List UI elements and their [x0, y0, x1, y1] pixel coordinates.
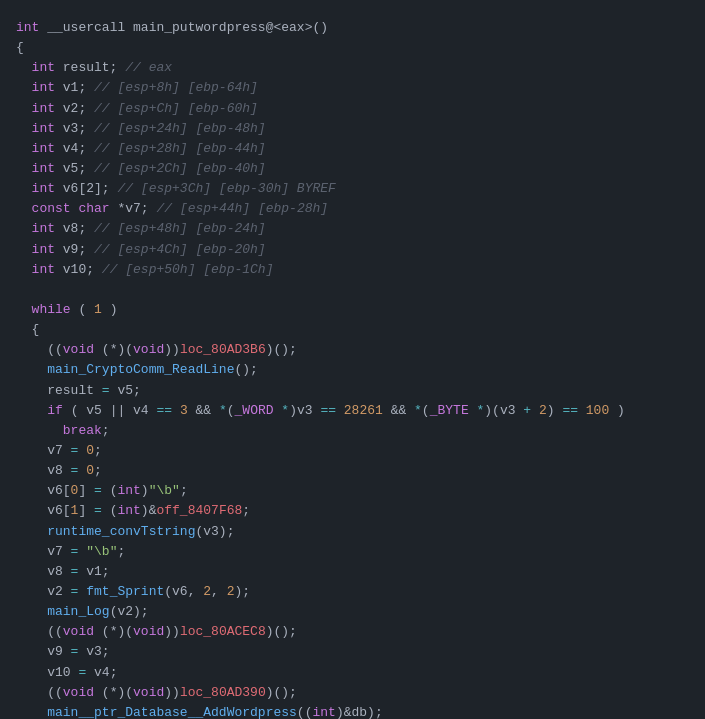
line-v10-v4: v10 = v4; [16, 663, 689, 683]
line-var-v6: int v6[2]; // [esp+3Ch] [ebp-30h] BYREF [16, 179, 689, 199]
line-open-brace: { [16, 38, 689, 58]
line-v8-v1: v8 = v1; [16, 562, 689, 582]
line-var-v1: int v1; // [esp+8h] [ebp-64h] [16, 78, 689, 98]
code-viewer: int __usercall main_putwordpress@<eax>()… [0, 10, 705, 719]
line-var-result: int result; // eax [16, 58, 689, 78]
line-while: while ( 1 ) [16, 300, 689, 320]
line-v7-zero: v7 = 0; [16, 441, 689, 461]
line-v2-fmt: v2 = fmt_Sprint(v6, 2, 2); [16, 582, 689, 602]
line-var-v3: int v3; // [esp+24h] [ebp-48h] [16, 119, 689, 139]
line-var-v8: int v8; // [esp+48h] [ebp-24h] [16, 219, 689, 239]
line-var-v4: int v4; // [esp+28h] [ebp-44h] [16, 139, 689, 159]
line-while-open: { [16, 320, 689, 340]
line-result-assign: result = v5; [16, 381, 689, 401]
line-var-v10: int v10; // [esp+50h] [ebp-1Ch] [16, 260, 689, 280]
line-runtime-conv: runtime_convTstring(v3); [16, 522, 689, 542]
line-blank1 [16, 280, 689, 300]
line-v9-v3: v9 = v3; [16, 642, 689, 662]
line-var-v5: int v5; // [esp+2Ch] [ebp-40h] [16, 159, 689, 179]
line-var-v2: int v2; // [esp+Ch] [ebp-60h] [16, 99, 689, 119]
line-void-cast1: ((void (*)(void))loc_80AD3B6)(); [16, 340, 689, 360]
line-void-cast2: ((void (*)(void))loc_80ACEC8)(); [16, 622, 689, 642]
line-main-log: main_Log(v2); [16, 602, 689, 622]
line-void-cast3: ((void (*)(void))loc_80AD390)(); [16, 683, 689, 703]
line-v6-1: v6[1] = (int)&off_8407F68; [16, 501, 689, 521]
line-v8-zero: v8 = 0; [16, 461, 689, 481]
line-main-ptr: main__ptr_Database__AddWordpress((int)&d… [16, 703, 689, 719]
line-main-crypto: main_CryptoComm_ReadLine(); [16, 360, 689, 380]
line-if-condition: if ( v5 || v4 == 3 && *(_WORD *)v3 == 28… [16, 401, 689, 421]
line-var-v9: int v9; // [esp+4Ch] [ebp-20h] [16, 240, 689, 260]
line-v6-0: v6[0] = (int)"\b"; [16, 481, 689, 501]
line-var-v7: const char *v7; // [esp+44h] [ebp-28h] [16, 199, 689, 219]
line-break: break; [16, 421, 689, 441]
line-signature: int __usercall main_putwordpress@<eax>() [16, 18, 689, 38]
line-v7-assign: v7 = "\b"; [16, 542, 689, 562]
